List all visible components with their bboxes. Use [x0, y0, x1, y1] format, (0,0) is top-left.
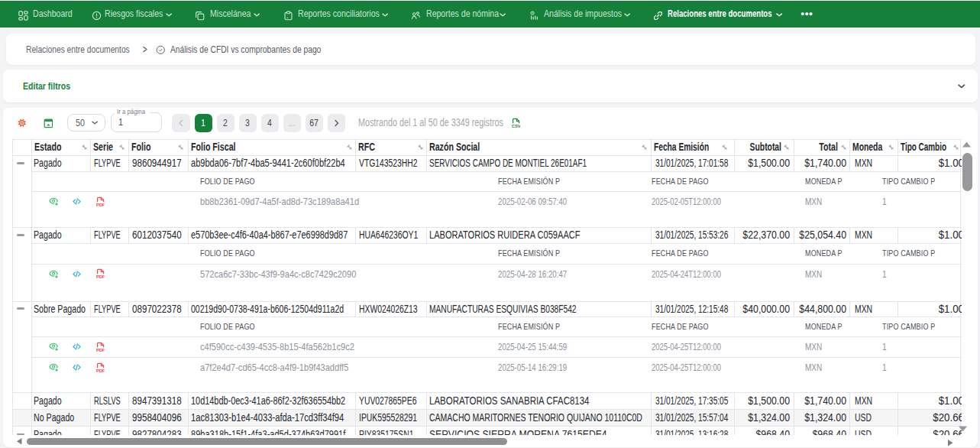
- svg-text:PDF: PDF: [96, 368, 105, 373]
- svg-text:CSV: CSV: [512, 124, 520, 128]
- svg-text:PDF: PDF: [96, 348, 105, 352]
- svg-text:PDF: PDF: [96, 203, 105, 207]
- svg-text:PDF: PDF: [96, 274, 105, 279]
